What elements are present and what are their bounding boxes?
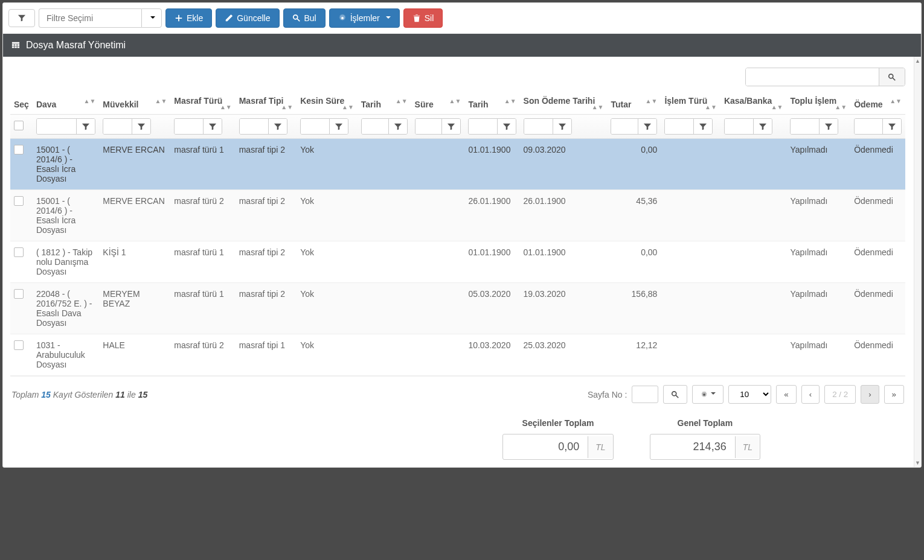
row-checkbox[interactable] bbox=[14, 247, 24, 257]
col-sec[interactable]: Seç bbox=[10, 91, 33, 115]
svg-point-2 bbox=[889, 74, 893, 78]
search-plus-icon bbox=[671, 390, 679, 399]
cell-kasa bbox=[720, 283, 787, 334]
add-button[interactable]: Ekle bbox=[165, 8, 212, 28]
cell-odeme: Ödenmedi bbox=[850, 190, 905, 241]
global-search bbox=[745, 68, 905, 86]
cell-dava: 1031 - Arabuluculuk Dosyası bbox=[33, 334, 99, 376]
selected-total-value: 0,00 bbox=[503, 434, 588, 459]
prev-page-button[interactable]: ‹ bbox=[801, 385, 820, 404]
cell-islem-turu bbox=[661, 283, 720, 334]
page-number-input[interactable] bbox=[632, 386, 658, 403]
update-button[interactable]: Güncelle bbox=[216, 8, 279, 28]
last-page-button[interactable]: » bbox=[884, 385, 904, 404]
col-filter bbox=[415, 118, 461, 135]
next-page-button[interactable]: › bbox=[861, 385, 879, 404]
global-search-button[interactable] bbox=[879, 68, 905, 86]
cell-son-odeme: 26.01.1900 bbox=[520, 190, 608, 241]
cell-masraf-tipi: masraf tipi 1 bbox=[236, 334, 297, 376]
delete-button-label: Sil bbox=[425, 13, 434, 23]
cell-masraf-tipi: masraf tipi 2 bbox=[236, 241, 297, 283]
cell-kasa bbox=[720, 139, 787, 190]
operations-button[interactable]: İşlemler bbox=[329, 8, 400, 28]
filter-select-input[interactable] bbox=[39, 8, 141, 28]
cell-kesin-sure: Yok bbox=[297, 241, 358, 283]
vertical-scrollbar[interactable]: ▲ ▼ bbox=[914, 57, 921, 467]
cell-tarih2: 26.01.1900 bbox=[464, 190, 519, 241]
col-kasa[interactable]: Kasa/Banka▲▼ bbox=[720, 91, 787, 115]
col-islem-turu[interactable]: İşlem Türü▲▼ bbox=[661, 91, 720, 115]
table-row[interactable]: ( 1812 ) - Takip nolu Danışma DosyasıKİŞ… bbox=[10, 241, 905, 283]
filter-row bbox=[10, 115, 905, 139]
scroll-down-icon: ▼ bbox=[914, 459, 922, 467]
cell-tarih2: 01.01.1900 bbox=[464, 241, 519, 283]
cell-toplu: Yapılmadı bbox=[786, 241, 850, 283]
row-checkbox[interactable] bbox=[14, 145, 24, 154]
table-row[interactable]: 22048 - ( 2016/752 E. ) - Esaslı Dava Do… bbox=[10, 283, 905, 334]
cell-kesin-sure: Yok bbox=[297, 334, 358, 376]
cell-tutar: 0,00 bbox=[607, 139, 661, 190]
col-filter bbox=[361, 118, 408, 135]
cell-toplu: Yapılmadı bbox=[786, 334, 850, 376]
svg-point-0 bbox=[293, 15, 297, 19]
col-muvekkil[interactable]: Müvekkil▲▼ bbox=[99, 91, 170, 115]
filter-select[interactable] bbox=[39, 8, 162, 28]
first-page-button[interactable]: « bbox=[776, 385, 796, 404]
table-row[interactable]: 15001 - ( 2014/6 ) - Esaslı İcra Dosyası… bbox=[10, 190, 905, 241]
cell-tutar: 0,00 bbox=[607, 241, 661, 283]
delete-button[interactable]: Sil bbox=[403, 8, 443, 28]
row-checkbox[interactable] bbox=[14, 340, 24, 350]
cell-sure bbox=[411, 139, 465, 190]
col-masraf-turu[interactable]: Masraf Türü▲▼ bbox=[170, 91, 235, 115]
col-kesin-sure[interactable]: Kesin Süre▲▼ bbox=[297, 91, 358, 115]
cell-sure bbox=[411, 334, 465, 376]
col-dava[interactable]: Dava▲▼ bbox=[33, 91, 99, 115]
filter-select-caret[interactable] bbox=[141, 8, 162, 28]
select-all-checkbox[interactable] bbox=[14, 121, 24, 130]
cell-muvekkil: HALE bbox=[99, 334, 170, 376]
cell-odeme: Ödenmedi bbox=[850, 283, 905, 334]
find-button[interactable]: Bul bbox=[283, 8, 326, 28]
col-sure[interactable]: Süre▲▼ bbox=[411, 91, 465, 115]
col-masraf-tipi[interactable]: Masraf Tipi▲▼ bbox=[236, 91, 297, 115]
cell-masraf-tipi: masraf tipi 2 bbox=[236, 139, 297, 190]
gear-icon bbox=[338, 14, 347, 22]
cell-kasa bbox=[720, 190, 787, 241]
filter-icon-button[interactable] bbox=[8, 9, 35, 27]
zoom-button[interactable] bbox=[663, 385, 687, 404]
col-son-odeme[interactable]: Son Ödeme Tarihi▲▼ bbox=[520, 91, 608, 115]
pager-settings-button[interactable] bbox=[692, 385, 723, 404]
col-tarih2[interactable]: Tarih▲▼ bbox=[464, 91, 519, 115]
col-tutar[interactable]: Tutar▲▼ bbox=[607, 91, 661, 115]
cell-masraf-turu: masraf türü 1 bbox=[170, 241, 235, 283]
cell-dava: 15001 - ( 2014/6 ) - Esaslı İcra Dosyası bbox=[33, 190, 99, 241]
col-toplu[interactable]: Toplu İşlem▲▼ bbox=[786, 91, 850, 115]
page-size-select[interactable]: 10 bbox=[728, 385, 771, 404]
col-filter bbox=[790, 118, 838, 135]
cell-son-odeme: 09.03.2020 bbox=[520, 139, 608, 190]
svg-point-3 bbox=[672, 392, 676, 396]
global-search-input[interactable] bbox=[746, 68, 879, 86]
cell-kasa bbox=[720, 241, 787, 283]
cell-sure bbox=[411, 241, 465, 283]
panel-title: Dosya Masraf Yönetimi bbox=[26, 40, 126, 51]
add-button-label: Ekle bbox=[187, 13, 203, 23]
col-odeme[interactable]: Ödeme▲▼ bbox=[850, 91, 905, 115]
filter-icon bbox=[82, 122, 90, 131]
cell-masraf-tipi: masraf tipi 2 bbox=[236, 283, 297, 334]
grid-icon bbox=[11, 41, 20, 49]
header-row: Seç Dava▲▼ Müvekkil▲▼ Masraf Türü▲▼ Masr… bbox=[10, 91, 905, 115]
row-checkbox[interactable] bbox=[14, 196, 24, 206]
cell-muvekkil: KİŞİ 1 bbox=[99, 241, 170, 283]
col-filter bbox=[174, 118, 222, 135]
cell-toplu: Yapılmadı bbox=[786, 139, 850, 190]
cell-toplu: Yapılmadı bbox=[786, 190, 850, 241]
cell-son-odeme: 25.03.2020 bbox=[520, 334, 608, 376]
col-tarih1[interactable]: Tarih▲▼ bbox=[358, 91, 411, 115]
table-row[interactable]: 1031 - Arabuluculuk DosyasıHALEmasraf tü… bbox=[10, 334, 905, 376]
selected-total: Seçilenler Toplam 0,00 TL bbox=[502, 418, 613, 460]
search-icon bbox=[292, 14, 301, 22]
cell-tarih1 bbox=[358, 334, 411, 376]
table-row[interactable]: 15001 - ( 2014/6 ) - Esaslı İcra Dosyası… bbox=[10, 139, 905, 190]
row-checkbox[interactable] bbox=[14, 289, 24, 299]
